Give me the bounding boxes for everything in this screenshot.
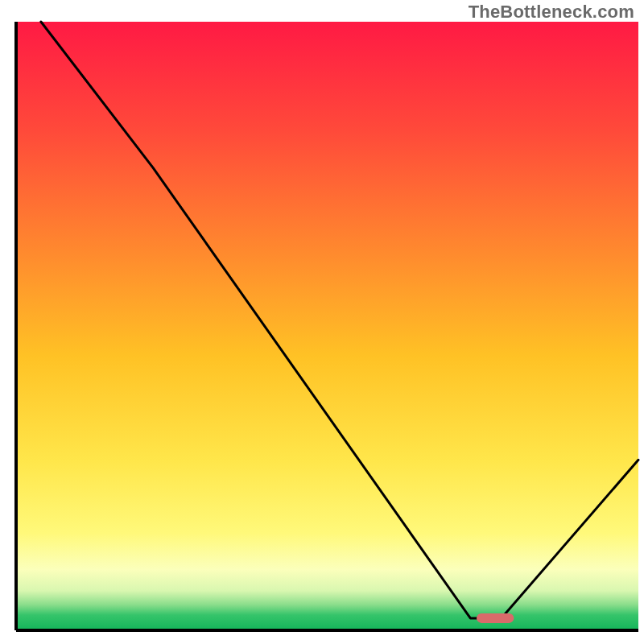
optimal-marker	[477, 613, 514, 623]
watermark-text: TheBottleneck.com	[469, 2, 634, 23]
chart-container: TheBottleneck.com	[0, 0, 644, 644]
plot-background	[16, 22, 638, 630]
bottleneck-chart	[0, 0, 644, 644]
